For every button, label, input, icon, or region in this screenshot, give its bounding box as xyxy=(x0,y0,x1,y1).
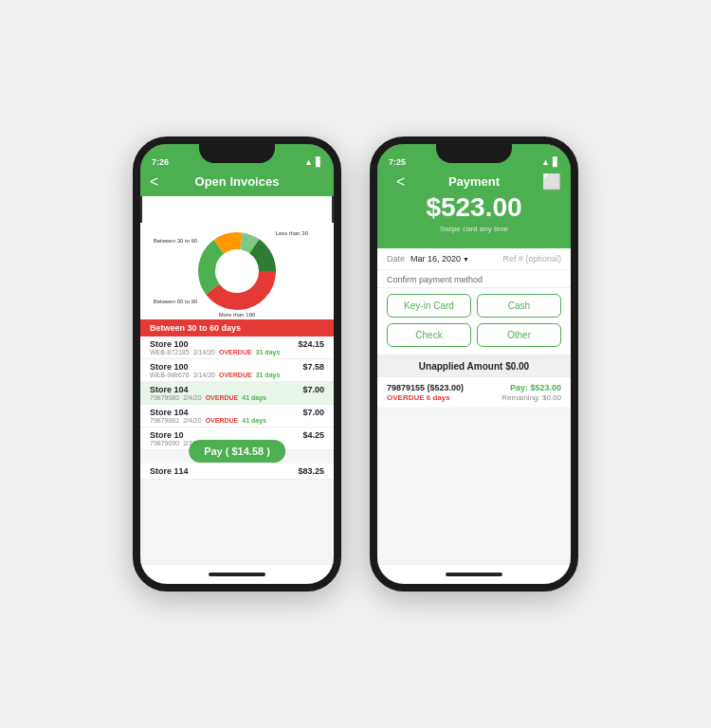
home-indicator-right xyxy=(377,565,571,584)
ref-0: WEB-872185 xyxy=(150,349,190,355)
left-phone: 7:26 ▲ ▋ < Open Invoices Less than 30 xyxy=(133,136,341,592)
payment-methods: Key-in Card Cash Check Other xyxy=(377,288,571,355)
days-3: 41 days xyxy=(242,417,266,424)
back-button-left[interactable]: < xyxy=(150,173,158,191)
overdue-1: OVERDUE xyxy=(219,372,252,378)
overdue-3: OVERDUE xyxy=(206,417,239,424)
home-indicator-left xyxy=(140,565,334,584)
notch xyxy=(199,144,275,163)
chart-area: Less than 30 Between 30 to 60 Between 60… xyxy=(140,223,334,319)
battery-icon: ▋ xyxy=(316,157,322,167)
store-name-0: Store 100 xyxy=(150,339,189,349)
payment-header-top: < Payment ⬜ xyxy=(387,174,561,189)
store-name-3: Store 104 xyxy=(150,408,189,417)
method-cash[interactable]: Cash xyxy=(477,294,561,318)
invoice-item-3[interactable]: Store 104 $7.00 79879081 2/4/20 OVERDUE … xyxy=(140,405,334,428)
unapplied-amount: $0.00 xyxy=(505,361,529,372)
label-30-60: Between 30 to 60 xyxy=(147,238,204,244)
invoice-item-2[interactable]: Store 104 $7.00 79879080 2/4/20 OVERDUE … xyxy=(140,382,334,405)
method-check[interactable]: Check xyxy=(387,323,471,347)
home-bar-left xyxy=(209,573,265,576)
inv-pay: Pay: $523.00 xyxy=(510,383,561,392)
home-bar-right xyxy=(446,573,502,576)
donut-chart: Less than 30 Between 30 to 60 Between 60… xyxy=(194,228,280,314)
page-title-left: Open Invoices xyxy=(195,174,280,189)
overdue-2: OVERDUE xyxy=(206,394,239,401)
amount-1: $7.58 xyxy=(302,362,324,372)
notch-right xyxy=(436,144,512,163)
chart-labels: Less than 30 Between 30 to 60 Between 60… xyxy=(194,228,280,314)
ref-field[interactable]: Ref # (optional) xyxy=(502,254,561,264)
status-icons-left: ▲ ▋ xyxy=(304,157,322,167)
inv-ref: 79879155 ($523.00) xyxy=(387,383,464,392)
ref-4: 79879090 xyxy=(150,440,179,446)
time-left: 7:26 xyxy=(152,157,169,167)
wifi-icon-right: ▲ xyxy=(541,157,550,167)
days-1: 31 days xyxy=(256,372,281,378)
invoice-payment-item[interactable]: 79879155 ($523.00) Pay: $523.00 OVERDUE … xyxy=(377,377,571,409)
right-phone: 7:25 ▲ ▋ < Payment ⬜ $523.00 Swipe card … xyxy=(370,136,578,592)
date-ref-row: Date Mar 16, 2020 ▼ Ref # (optional) xyxy=(377,248,571,270)
search-bar[interactable] xyxy=(150,196,324,215)
ref-3: 79879081 xyxy=(150,417,179,424)
pay-button[interactable]: Pay ( $14.58 ) xyxy=(189,440,285,463)
time-right: 7:25 xyxy=(389,157,406,167)
status-icons-right: ▲ ▋ xyxy=(541,157,559,167)
date-3: 2/4/20 xyxy=(183,417,201,424)
amount-5: $83.25 xyxy=(298,466,324,476)
ref-2: 79879080 xyxy=(150,394,179,401)
amount-2: $7.00 xyxy=(302,385,324,394)
date-value[interactable]: Mar 16, 2020 ▼ xyxy=(410,254,469,264)
invoice-item-1[interactable]: Store 100 $7.58 WEB-988676 2/14/20 OVERD… xyxy=(140,359,334,382)
inv-status: OVERDUE 6 days xyxy=(387,393,450,402)
method-other[interactable]: Other xyxy=(477,323,561,347)
label-60-90: Between 60 to 90 xyxy=(147,299,204,304)
store-name-5: Store 114 xyxy=(150,466,189,476)
method-keyin-card[interactable]: Key-in Card xyxy=(387,294,471,318)
payment-amount: $523.00 xyxy=(426,192,521,223)
days-2: 41 days xyxy=(242,394,266,401)
date-0: 2/14/20 xyxy=(193,349,215,355)
card-swipe-icon: ⬜ xyxy=(542,173,561,191)
overdue-0: OVERDUE xyxy=(219,349,252,355)
inv-pay-top: 79879155 ($523.00) Pay: $523.00 xyxy=(387,383,561,392)
swipe-hint: Swipe card any time xyxy=(440,225,508,233)
payment-header: < Payment ⬜ $523.00 Swipe card any time xyxy=(377,171,571,248)
label-less-30: Less than 30 xyxy=(276,230,308,236)
inv-remaining: Remaining: $0.00 xyxy=(501,393,561,402)
unapplied-section: Unapplied Amount $0.00 xyxy=(377,355,571,377)
invoice-item-5[interactable]: Store 114 $83.25 xyxy=(140,464,334,480)
confirm-label: Confirm payment method xyxy=(377,270,571,288)
date-1: 2/14/20 xyxy=(193,372,215,378)
battery-icon-right: ▋ xyxy=(553,157,559,167)
unapplied-label: Unapplied Amount xyxy=(419,361,503,372)
ref-1: WEB-988676 xyxy=(150,372,190,378)
payment-body: Date Mar 16, 2020 ▼ Ref # (optional) Con… xyxy=(377,248,571,565)
inv-pay-bottom: OVERDUE 6 days Remaining: $0.00 xyxy=(387,393,561,402)
store-name-4: Store 10 xyxy=(150,430,184,440)
label-more-180: More than 180 xyxy=(219,312,256,318)
invoice-item-4[interactable]: Store 10 $4.25 79879090 2/7/20 OVERDUE 3… xyxy=(140,428,334,450)
wifi-icon: ▲ xyxy=(304,157,313,167)
store-name-2: Store 104 xyxy=(150,385,189,394)
date-2: 2/4/20 xyxy=(183,394,201,401)
date-label: Date xyxy=(387,254,405,264)
invoice-item-0[interactable]: Store 100 $24.15 WEB-872185 2/14/20 OVER… xyxy=(140,337,334,359)
amount-3: $7.00 xyxy=(302,408,324,417)
days-0: 31 days xyxy=(256,349,281,355)
store-name-1: Store 100 xyxy=(150,362,189,372)
chevron-down-icon: ▼ xyxy=(463,256,469,263)
section-header: Between 30 to 60 days xyxy=(140,319,334,337)
header-bar-left: < Open Invoices xyxy=(140,171,334,196)
back-button-right[interactable]: < xyxy=(396,173,405,191)
invoice-list: Between 30 to 60 days Store 100 $24.15 W… xyxy=(140,319,334,565)
amount-4: $4.25 xyxy=(302,430,324,440)
payment-title: Payment xyxy=(448,174,500,189)
amount-0: $24.15 xyxy=(298,339,324,349)
